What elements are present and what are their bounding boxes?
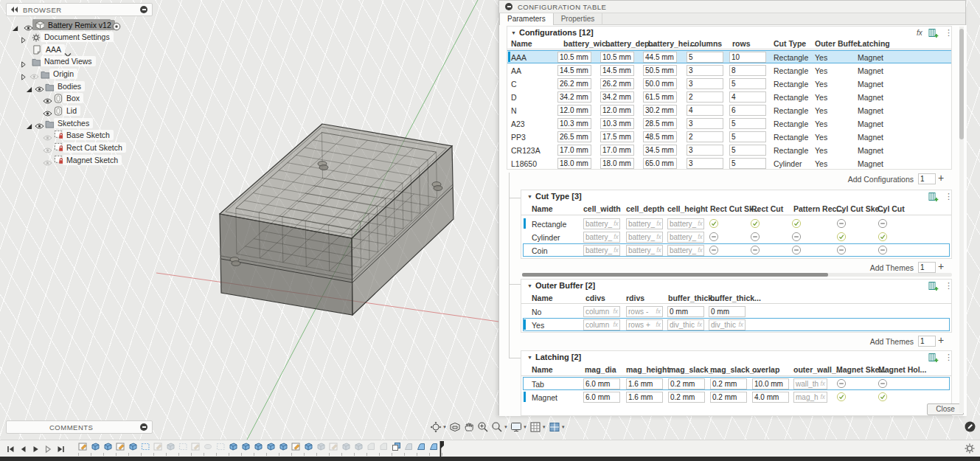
value-input[interactable]: 5: [687, 52, 723, 63]
latching-cell[interactable]: Magnet: [858, 146, 883, 155]
config-name[interactable]: AAA: [511, 53, 527, 62]
skip-start-icon[interactable]: [6, 445, 15, 454]
value-input[interactable]: 4: [687, 105, 723, 116]
excluded-minus-icon[interactable]: [709, 232, 719, 242]
value-input[interactable]: 17.0 mm: [600, 145, 634, 156]
section-title[interactable]: ▼Latching [2]: [527, 353, 581, 361]
latching-cell[interactable]: Magnet: [858, 80, 883, 89]
timeline-feature-pattern-icon[interactable]: [141, 442, 150, 451]
config-name[interactable]: N: [511, 106, 517, 115]
value-input[interactable]: 3: [687, 78, 723, 89]
value-input[interactable]: 6: [729, 105, 766, 116]
value-input[interactable]: 44.5 mm: [643, 52, 677, 63]
add-column-icon[interactable]: [928, 192, 939, 202]
dropdown-caret-icon[interactable]: ▼: [442, 425, 447, 429]
cut-type-cell[interactable]: Rectangle: [774, 119, 808, 128]
theme-name[interactable]: Cylinder: [532, 233, 560, 242]
outer-buffer-cell[interactable]: Yes: [815, 159, 827, 168]
pan-button[interactable]: [463, 421, 475, 433]
browser-item-label[interactable]: Magnet Sketch: [63, 155, 122, 165]
timeline-feature-paste-icon[interactable]: [392, 442, 401, 451]
excluded-minus-icon[interactable]: [836, 218, 847, 229]
timeline-feature-box-icon[interactable]: [341, 442, 351, 451]
outer-buffer-cell[interactable]: Yes: [815, 106, 827, 115]
value-input[interactable]: div_thicfx: [667, 319, 704, 330]
visibility-eye-icon[interactable]: [43, 94, 52, 108]
browser-item-label[interactable]: Bodies: [54, 81, 85, 91]
value-input[interactable]: 10: [729, 52, 766, 63]
value-input[interactable]: 0.2 mm: [710, 392, 747, 403]
theme-name[interactable]: Yes: [532, 321, 544, 330]
latching-cell[interactable]: Magnet: [858, 119, 883, 128]
timeline-feature-chamfer-icon[interactable]: [379, 442, 389, 451]
config-name[interactable]: L18650: [511, 159, 537, 168]
section-title[interactable]: ▼Cut Type [3]: [527, 192, 582, 201]
cut-type-cell[interactable]: Cylinder: [774, 159, 802, 168]
value-input[interactable]: 30.2 mm: [643, 105, 677, 116]
add-rows-plus-button[interactable]: +: [938, 334, 944, 346]
value-input[interactable]: 1.6 mm: [626, 392, 663, 403]
config-name[interactable]: C: [511, 80, 517, 89]
visibility-eye-icon[interactable]: [43, 156, 52, 170]
panel-scrollbar[interactable]: [959, 27, 964, 413]
latching-cell[interactable]: Magnet: [858, 66, 883, 75]
config-name[interactable]: PP3: [511, 133, 526, 142]
value-input[interactable]: 8: [729, 65, 766, 76]
fx-parameters-icon[interactable]: fx: [917, 29, 922, 37]
browser-panel-header[interactable]: BROWSER: [6, 3, 153, 16]
value-input[interactable]: 10.5 mm: [600, 52, 634, 63]
value-input[interactable]: 0.2 mm: [668, 392, 705, 403]
timeline-feature-box-icon[interactable]: [241, 442, 251, 451]
value-input[interactable]: 5: [729, 78, 766, 89]
play-icon[interactable]: [31, 445, 41, 454]
timeline-feature-wedge-icon[interactable]: [417, 442, 426, 451]
value-input[interactable]: 0.2 mm: [668, 378, 705, 389]
timeline-feature-sketch-icon[interactable]: [191, 442, 201, 451]
config-name[interactable]: CR123A: [511, 146, 541, 155]
value-input[interactable]: battery_fx: [583, 245, 620, 256]
close-button[interactable]: Close: [927, 403, 964, 415]
tab-parameters[interactable]: Parameters: [499, 13, 554, 25]
value-input[interactable]: 65.0 mm: [643, 158, 677, 169]
value-input[interactable]: 17.0 mm: [557, 145, 591, 156]
value-input[interactable]: battery_fx: [626, 232, 663, 243]
more-options-icon[interactable]: ⋮: [945, 281, 953, 291]
excluded-minus-icon[interactable]: [750, 245, 760, 255]
value-input[interactable]: 0 mm: [667, 306, 704, 317]
timeline-feature-box-icon[interactable]: [229, 442, 238, 451]
timeline-feature-box-icon[interactable]: [304, 442, 313, 451]
excluded-minus-icon[interactable]: [791, 245, 802, 255]
excluded-minus-icon[interactable]: [836, 378, 847, 389]
value-input[interactable]: 61.5 mm: [643, 91, 677, 103]
value-input[interactable]: 26.2 mm: [600, 78, 634, 89]
cut-type-cell[interactable]: Rectangle: [774, 146, 808, 155]
browser-item-label[interactable]: Sketches: [54, 118, 93, 128]
step-back-icon[interactable]: [18, 445, 28, 454]
cut-type-cell[interactable]: Rectangle: [774, 106, 808, 115]
collapse-node-icon[interactable]: [12, 21, 18, 35]
excluded-minus-icon[interactable]: [791, 232, 802, 242]
outer-buffer-cell[interactable]: Yes: [815, 80, 827, 89]
timeline-feature-sketch-icon[interactable]: [116, 442, 125, 451]
included-check-icon[interactable]: [836, 232, 847, 242]
theme-name[interactable]: Coin: [532, 246, 548, 255]
value-input[interactable]: 50.0 mm: [643, 78, 677, 89]
excluded-minus-icon[interactable]: [836, 245, 847, 255]
value-input[interactable]: battery_fx: [667, 232, 704, 243]
expand-node-icon[interactable]: [20, 70, 27, 83]
value-input[interactable]: 1: [918, 336, 936, 347]
outer-buffer-cell[interactable]: Yes: [815, 53, 827, 62]
included-check-icon[interactable]: [836, 392, 847, 402]
value-input[interactable]: 28.5 mm: [643, 118, 677, 129]
browser-item-label[interactable]: Named Views: [41, 56, 96, 66]
value-input[interactable]: 5: [729, 145, 766, 156]
visibility-eye-icon[interactable]: [43, 131, 52, 145]
value-input[interactable]: 34.2 mm: [557, 91, 591, 103]
timeline-feature-sketch-icon[interactable]: [291, 442, 301, 451]
visibility-eye-icon[interactable]: [43, 144, 52, 157]
timeline-feature-box-icon[interactable]: [91, 442, 100, 451]
step-forward-icon[interactable]: [44, 445, 53, 454]
timeline-feature-chamfer-icon[interactable]: [366, 442, 376, 451]
collapse-node-icon[interactable]: [26, 83, 32, 96]
value-input[interactable]: wall_thfx: [793, 378, 827, 389]
